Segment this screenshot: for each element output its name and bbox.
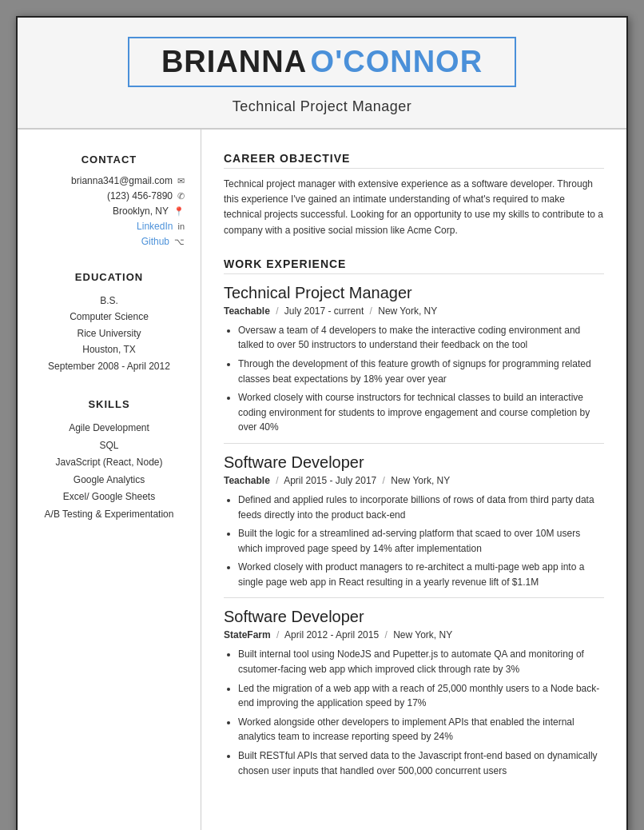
edu-location: Houston, TX: [34, 341, 185, 357]
contact-location: Brooklyn, NY 📍: [34, 206, 185, 217]
education-section: EDUCATION B.S. Computer Science Rice Uni…: [34, 271, 185, 374]
list-item: Led the migration of a web app with a re…: [238, 681, 604, 711]
resume: BRIANNA O'CONNOR Technical Project Manag…: [16, 16, 628, 830]
contact-github[interactable]: Github ⌥: [34, 236, 185, 247]
list-item: Oversaw a team of 4 developers to make t…: [238, 323, 604, 353]
career-objective-title: CAREER OBJECTIVE: [224, 152, 604, 169]
job-bullets: Defined and applied rules to incorporate…: [224, 493, 604, 590]
list-item: Worked closely with product managers to …: [238, 560, 604, 589]
education-details: B.S. Computer Science Rice University Ho…: [34, 293, 185, 374]
location-text: Brooklyn, NY: [113, 206, 169, 217]
job-title: Software Developer: [224, 453, 604, 472]
job-meta: StateFarm / April 2012 - April 2015 / Ne…: [224, 629, 604, 640]
contact-phone: (123) 456-7890 ✆: [34, 190, 185, 202]
resume-body: CONTACT brianna341@gmail.com ✉ (123) 456…: [18, 130, 626, 830]
edu-dates: September 2008 - April 2012: [34, 358, 185, 374]
main-content: CAREER OBJECTIVE Technical project manag…: [201, 130, 626, 830]
contact-section: CONTACT brianna341@gmail.com ✉ (123) 456…: [34, 154, 185, 247]
field: Computer Science: [34, 309, 185, 325]
skill-item: Excel/ Google Sheets: [34, 489, 185, 506]
sidebar: CONTACT brianna341@gmail.com ✉ (123) 456…: [18, 130, 201, 830]
skills-list: Agile DevelopmentSQLJavaScript (React, N…: [34, 420, 185, 524]
github-link[interactable]: Github: [141, 236, 169, 247]
email-icon: ✉: [177, 176, 185, 186]
job-title: Technical Project Manager: [224, 284, 604, 302]
linkedin-link[interactable]: LinkedIn: [137, 221, 173, 232]
degree: B.S.: [34, 293, 185, 309]
school: Rice University: [34, 325, 185, 341]
name-box: BRIANNA O'CONNOR: [128, 37, 516, 87]
phone-icon: ✆: [177, 191, 185, 202]
list-item: Built internal tool using NodeJS and Pup…: [238, 647, 604, 676]
skill-item: Google Analytics: [34, 472, 185, 489]
email-text: brianna341@gmail.com: [71, 175, 173, 186]
contact-email: brianna341@gmail.com ✉: [34, 175, 185, 186]
skill-item: A/B Testing & Experimentation: [34, 506, 185, 524]
skill-item: JavaScript (React, Node): [34, 454, 185, 472]
skill-item: SQL: [34, 437, 185, 455]
job-bullets: Built internal tool using NodeJS and Pup…: [224, 647, 604, 778]
job-title-header: Technical Project Manager: [42, 98, 602, 115]
list-item: Worked alongside other developers to imp…: [238, 715, 604, 744]
job-meta: Teachable / April 2015 - July 2017 / New…: [224, 475, 604, 486]
header: BRIANNA O'CONNOR Technical Project Manag…: [18, 18, 626, 130]
list-item: Defined and applied rules to incorporate…: [238, 493, 604, 522]
contact-linkedin[interactable]: LinkedIn in: [34, 221, 185, 232]
phone-text: (123) 456-7890: [107, 190, 173, 202]
job-title: Software Developer: [224, 608, 604, 626]
job-divider: [224, 443, 604, 444]
github-icon: ⌥: [174, 237, 185, 247]
contact-title: CONTACT: [34, 154, 185, 166]
list-item: Worked closely with course instructors f…: [238, 390, 604, 435]
career-objective-section: CAREER OBJECTIVE Technical project manag…: [224, 152, 604, 238]
job-divider: [224, 597, 604, 598]
job-meta: Teachable / July 2017 - current / New Yo…: [224, 305, 604, 317]
last-name: O'CONNOR: [311, 45, 483, 78]
location-icon: 📍: [173, 206, 185, 217]
list-item: Built RESTful APIs that served data to t…: [238, 748, 604, 778]
first-name: BRIANNA: [161, 45, 307, 78]
work-experience-section: WORK EXPERIENCE Technical Project Manage…: [224, 257, 604, 778]
list-item: Through the development of this feature …: [238, 357, 604, 386]
list-item: Built the logic for a streamlined ad-ser…: [238, 526, 604, 556]
education-title: EDUCATION: [34, 271, 185, 283]
linkedin-icon: in: [177, 221, 185, 231]
career-objective-text: Technical project manager with extensive…: [224, 177, 604, 238]
skills-section: SKILLS Agile DevelopmentSQLJavaScript (R…: [34, 398, 185, 524]
job-bullets: Oversaw a team of 4 developers to make t…: [224, 323, 604, 435]
skill-item: Agile Development: [34, 420, 185, 437]
skills-title: SKILLS: [34, 398, 185, 410]
work-experience-title: WORK EXPERIENCE: [224, 257, 604, 274]
jobs-container: Technical Project ManagerTeachable / Jul…: [224, 284, 604, 778]
